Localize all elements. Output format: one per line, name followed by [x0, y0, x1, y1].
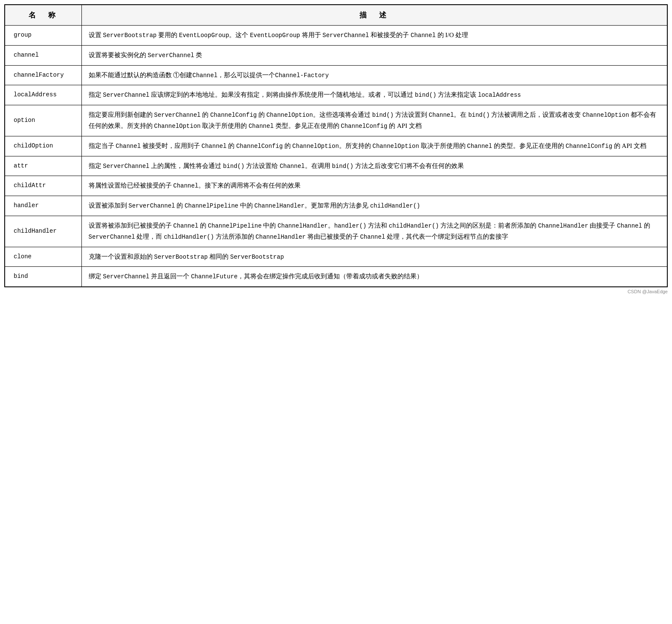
row-description: 克隆一个设置和原始的 ServerBootstrap 相同的 ServerBoo… [81, 247, 667, 267]
row-description: 设置将被添加到已被接受的子 Channel 的 ChannelPipeline … [81, 216, 667, 247]
row-description: 指定当子 Channel 被接受时，应用到子 Channel 的 Channel… [81, 136, 667, 156]
table-row: clone克隆一个设置和原始的 ServerBootstrap 相同的 Serv… [5, 247, 667, 267]
table-row: channelFactory如果不能通过默认的构造函数 ①创建Channel，那… [5, 65, 667, 85]
table-row: bind绑定 ServerChannel 并且返回一个 ChannelFutur… [5, 267, 667, 287]
row-description: 设置被添加到 ServerChannel 的 ChannelPipeline 中… [81, 196, 667, 216]
table-row: option指定要应用到新创建的 ServerChannel 的 Channel… [5, 105, 667, 136]
row-description: 设置将要被实例化的 ServerChannel 类 [81, 45, 667, 65]
row-name: handler [5, 196, 81, 216]
row-name: attr [5, 156, 81, 176]
table-row: childHandler设置将被添加到已被接受的子 Channel 的 Chan… [5, 216, 667, 247]
row-description: 指定要应用到新创建的 ServerChannel 的 ChannelConfig… [81, 105, 667, 136]
row-name: group [5, 26, 81, 46]
api-table: 名 称 描 述 group设置 ServerBootstrap 要用的 Even… [4, 4, 668, 287]
row-name: clone [5, 247, 81, 267]
row-name: channel [5, 45, 81, 65]
row-description: 指定 ServerChannel 上的属性，属性将会通过 bind() 方法设置… [81, 156, 667, 176]
row-name: childHandler [5, 216, 81, 247]
row-name: childOption [5, 136, 81, 156]
table-row: localAddress指定 ServerChannel 应该绑定到的本地地址。… [5, 85, 667, 105]
row-description: 指定 ServerChannel 应该绑定到的本地地址。如果没有指定，则将由操作… [81, 85, 667, 105]
header-name: 名 称 [5, 5, 81, 26]
table-row: attr指定 ServerChannel 上的属性，属性将会通过 bind() … [5, 156, 667, 176]
row-name: localAddress [5, 85, 81, 105]
table-row: childAttr将属性设置给已经被接受的子 Channel。接下来的调用将不会… [5, 176, 667, 196]
row-name: channelFactory [5, 65, 81, 85]
row-description: 绑定 ServerChannel 并且返回一个 ChannelFuture，其将… [81, 267, 667, 287]
table-row: childOption指定当子 Channel 被接受时，应用到子 Channe… [5, 136, 667, 156]
watermark: CSDN @JavaEdge [4, 289, 668, 294]
main-container: 名 称 描 述 group设置 ServerBootstrap 要用的 Even… [0, 0, 672, 298]
table-row: handler设置被添加到 ServerChannel 的 ChannelPip… [5, 196, 667, 216]
row-description: 将属性设置给已经被接受的子 Channel。接下来的调用将不会有任何的效果 [81, 176, 667, 196]
header-description: 描 述 [81, 5, 667, 26]
table-row: channel设置将要被实例化的 ServerChannel 类 [5, 45, 667, 65]
row-name: bind [5, 267, 81, 287]
row-description: 设置 ServerBootstrap 要用的 EventLoopGroup。这个… [81, 26, 667, 46]
row-name: childAttr [5, 176, 81, 196]
row-description: 如果不能通过默认的构造函数 ①创建Channel，那么可以提供一个Channel… [81, 65, 667, 85]
row-name: option [5, 105, 81, 136]
table-row: group设置 ServerBootstrap 要用的 EventLoopGro… [5, 26, 667, 46]
